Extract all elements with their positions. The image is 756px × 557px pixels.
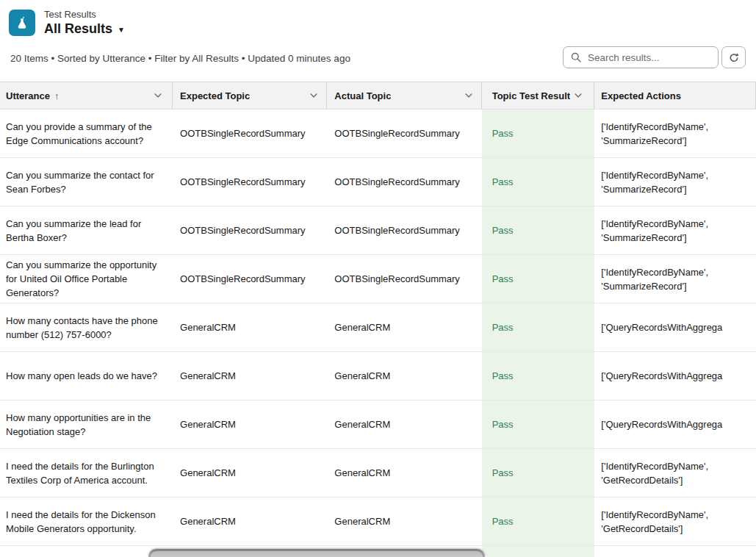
topic-test-result-cell: Pass [482, 352, 595, 400]
expected-topic-cell: OOTBSingleRecordSummary [173, 109, 327, 157]
actual-topic-cell: GeneralCRM [327, 497, 481, 545]
column-header-topic-test-result[interactable]: Topic Test Result [482, 82, 595, 109]
actual-topic-cell: OOTBSingleRecordSummary [327, 255, 481, 303]
expected-topic-cell: GeneralCRM [173, 449, 327, 497]
utterance-cell: How many opportunities are in the Negoti… [0, 400, 173, 448]
chevron-down-icon[interactable] [309, 90, 319, 101]
utterance-cell: Can you summarize the opportunity for Un… [0, 255, 173, 303]
refresh-icon [728, 52, 739, 63]
utterance-cell: I need the details for the lead Phyllis [0, 546, 173, 557]
topic-test-result-cell: Pass [482, 400, 595, 448]
topic-test-result-cell: Pass [482, 109, 595, 157]
table-row: How many contacts have the phone number … [0, 303, 756, 352]
table-row: Can you summarize the contact for Sean F… [0, 158, 756, 206]
expected-topic-cell: OOTBSingleRecordSummary [173, 158, 327, 206]
flask-glyph [14, 15, 30, 31]
table-row: I need the details for the Burlington Te… [0, 449, 756, 497]
table-body: Can you provide a summary of the Edge Co… [0, 109, 756, 557]
column-header-label: Actual Topic [334, 90, 391, 101]
column-header-label: Expected Actions [601, 90, 681, 101]
results-table: Utterance ↑ Expected Topic Actual Topic … [0, 82, 756, 557]
actual-topic-cell: GeneralCRM [327, 303, 481, 351]
column-header-expected-actions[interactable]: Expected Actions [594, 82, 756, 109]
title-block: Test Results All Results ▼ [44, 9, 125, 37]
chevron-down-icon[interactable] [464, 90, 474, 101]
table-row: Can you provide a summary of the Edge Co… [0, 109, 756, 158]
chevron-down-icon[interactable] [573, 90, 583, 101]
topic-test-result-cell: Pass [482, 255, 595, 303]
utterance-cell: Can you provide a summary of the Edge Co… [0, 109, 173, 157]
topic-test-result-cell [482, 546, 595, 557]
column-header-label: Topic Test Result [492, 90, 570, 101]
column-header-expected-topic[interactable]: Expected Topic [173, 82, 327, 109]
view-selector-button[interactable]: All Results ▼ [44, 21, 125, 37]
actual-topic-cell: OOTBSingleRecordSummary [327, 109, 481, 157]
utterance-cell: Can you summarize the lead for Bertha Bo… [0, 206, 173, 254]
topic-test-result-cell: Pass [482, 158, 595, 206]
column-header-actual-topic[interactable]: Actual Topic [327, 82, 481, 109]
flask-icon [9, 10, 35, 36]
expected-topic-cell: GeneralCRM [173, 497, 327, 545]
column-header-label: Utterance [6, 90, 50, 101]
table-row: How many open leads do we have? GeneralC… [0, 352, 756, 400]
expected-actions-cell: ['QueryRecordsWithAggrega [594, 352, 756, 400]
column-header-utterance[interactable]: Utterance ↑ [0, 82, 173, 109]
expected-actions-cell: ['QueryRecordsWithAggrega [594, 303, 756, 351]
expected-topic-cell: OOTBSingleRecordSummary [173, 206, 327, 254]
object-label: Test Results [44, 9, 125, 21]
table-row: Can you summarize the lead for Bertha Bo… [0, 206, 756, 255]
expected-actions-cell: ['IdentifyRecordByName', 'SummarizeRecor… [594, 255, 756, 303]
list-meta: 20 Items • Sorted by Utterance • Filter … [10, 53, 350, 64]
expected-actions-cell: ['QueryRecordsWithAggrega [594, 400, 756, 448]
table-row: How many opportunities are in the Negoti… [0, 400, 756, 449]
search-input[interactable] [586, 51, 718, 64]
topic-test-result-cell: Pass [482, 206, 595, 254]
expected-actions-cell: ['IdentifyRecordByName', 'GetRecordDetai… [594, 449, 756, 497]
utterance-cell: I need the details for the Burlington Te… [0, 449, 173, 497]
utterance-cell: I need the details for the Dickenson Mob… [0, 497, 173, 545]
view-name: All Results [44, 21, 112, 37]
expected-topic-cell: OOTBSingleRecordSummary [173, 255, 327, 303]
expected-actions-cell: ['IdentifyRecordByName', 'SummarizeRecor… [594, 206, 756, 254]
table-row: I need the details for the Dickenson Mob… [0, 497, 756, 546]
utterance-cell: How many open leads do we have? [0, 352, 173, 400]
bottom-window-edge-inner [151, 551, 483, 557]
table-row: Can you summarize the opportunity for Un… [0, 255, 756, 303]
chevron-down-icon[interactable] [153, 90, 163, 101]
expected-actions-cell: ['IdentifyRecordByName', 'SummarizeRecor… [594, 109, 756, 157]
utterance-cell: Can you summarize the contact for Sean F… [0, 158, 173, 206]
column-header-label: Expected Topic [180, 90, 250, 101]
search-box [563, 46, 719, 68]
actual-topic-cell: OOTBSingleRecordSummary [327, 206, 481, 254]
expected-topic-cell: GeneralCRM [173, 303, 327, 351]
topic-test-result-cell: Pass [482, 303, 595, 351]
chevron-down-icon: ▼ [118, 24, 125, 34]
actual-topic-cell: GeneralCRM [327, 449, 481, 497]
page-header: Test Results All Results ▼ 20 Items • So… [0, 0, 756, 82]
topic-test-result-cell: Pass [482, 449, 595, 497]
bottom-window-edge [148, 549, 485, 557]
expected-topic-cell: GeneralCRM [173, 352, 327, 400]
expected-topic-cell: GeneralCRM [173, 400, 327, 448]
expected-actions-cell: ['IdentifyRecordByName', 'SummarizeRecor… [594, 158, 756, 206]
actual-topic-cell: OOTBSingleRecordSummary [327, 158, 481, 206]
refresh-button[interactable] [721, 46, 746, 68]
expected-actions-cell: ['IdentifyRecordByName', [594, 546, 756, 557]
topic-test-result-cell: Pass [482, 497, 595, 545]
search-icon [571, 52, 581, 62]
table-header-row: Utterance ↑ Expected Topic Actual Topic … [0, 82, 756, 109]
actual-topic-cell: GeneralCRM [327, 400, 481, 448]
actual-topic-cell: GeneralCRM [327, 352, 481, 400]
sort-ascending-icon: ↑ [54, 90, 60, 101]
expected-actions-cell: ['IdentifyRecordByName', 'GetRecordDetai… [594, 497, 756, 545]
utterance-cell: How many contacts have the phone number … [0, 303, 173, 351]
